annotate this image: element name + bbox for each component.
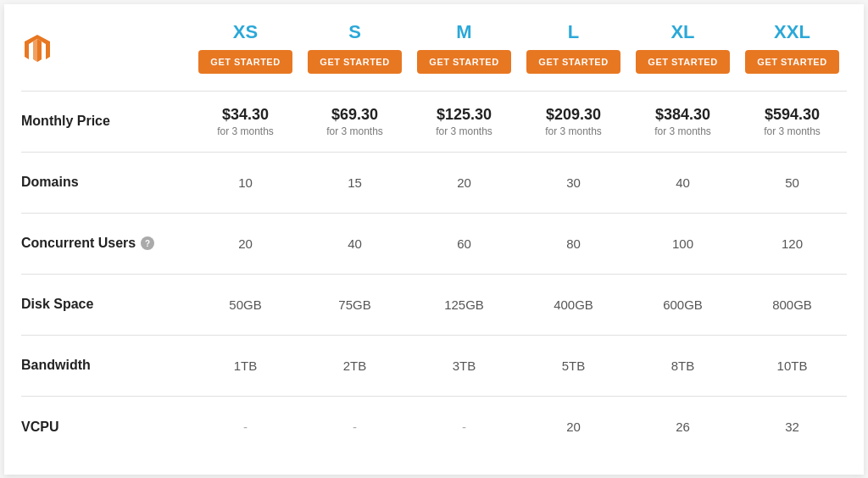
data-cell-r5-c2: - (409, 406, 519, 447)
plan-name-l: L (568, 21, 579, 43)
data-cell-r1-c5: 50 (737, 162, 847, 203)
data-cell-r0-c3: $209.30for 3 months (519, 92, 628, 151)
data-cell-r0-c1: $69.30for 3 months (300, 92, 409, 151)
row-label-text-3: Disk Space (21, 297, 93, 312)
data-cell-r2-c1: 40 (300, 223, 409, 264)
plan-name-s: S (348, 21, 361, 43)
price-sub-c4: for 3 months (632, 125, 734, 137)
magento-logo-icon (21, 33, 53, 65)
price-main-c3: $209.30 (522, 106, 625, 124)
data-cell-r0-c5: $594.30for 3 months (737, 92, 847, 151)
data-cell-r0-c4: $384.30for 3 months (628, 92, 737, 151)
plan-col-s: SGET STARTED (300, 18, 409, 81)
plan-name-xs: XS (233, 21, 258, 43)
data-cell-r2-c4: 100 (628, 223, 737, 264)
data-rows: Monthly Price$34.30for 3 months$69.30for… (21, 92, 847, 458)
price-main-c5: $594.30 (741, 106, 843, 124)
price-main-c1: $69.30 (303, 106, 406, 124)
data-cell-r5-c0: - (191, 406, 300, 447)
price-main-c0: $34.30 (194, 106, 297, 124)
plan-col-xxl: XXLGET STARTED (737, 18, 847, 81)
data-cell-r1-c2: 20 (409, 162, 519, 203)
data-cell-r3-c5: 800GB (737, 284, 847, 325)
data-cells-row-5: ---202632 (191, 406, 847, 447)
get-started-button-xl[interactable]: GET STARTED (636, 50, 729, 74)
pricing-table: XSGET STARTEDSGET STARTEDMGET STARTEDLGE… (4, 4, 864, 475)
row-monthly-price: Monthly Price$34.30for 3 months$69.30for… (21, 92, 847, 153)
data-cell-r1-c4: 40 (628, 162, 737, 203)
row-disk-space: Disk Space50GB75GB125GB400GB600GB800GB (21, 275, 847, 336)
info-icon-2[interactable]: ? (141, 236, 154, 250)
data-cell-r3-c0: 50GB (191, 284, 300, 325)
data-cell-r4-c5: 10TB (737, 345, 847, 386)
get-started-button-l[interactable]: GET STARTED (526, 50, 620, 74)
get-started-button-xs[interactable]: GET STARTED (198, 50, 292, 74)
row-label-0: Monthly Price (21, 100, 191, 142)
get-started-button-s[interactable]: GET STARTED (308, 50, 401, 74)
data-cell-r5-c3: 20 (519, 406, 628, 447)
header-row: XSGET STARTEDSGET STARTEDMGET STARTEDLGE… (21, 18, 847, 92)
plan-col-xl: XLGET STARTED (628, 18, 737, 81)
plan-col-m: MGET STARTED (409, 18, 519, 81)
data-cell-r4-c0: 1TB (191, 345, 300, 386)
data-cell-r2-c3: 80 (519, 223, 628, 264)
row-label-text-5: VCPU (21, 420, 58, 435)
row-label-text-2: Concurrent Users (21, 236, 136, 251)
row-vcpu: VCPU---202632 (21, 397, 847, 458)
row-label-3: Disk Space (21, 283, 191, 325)
price-sub-c1: for 3 months (303, 125, 406, 137)
get-started-button-xxl[interactable]: GET STARTED (745, 50, 838, 74)
row-label-text-4: Bandwidth (21, 358, 91, 373)
data-cell-r1-c0: 10 (191, 162, 300, 203)
row-label-text-1: Domains (21, 175, 79, 190)
data-cell-r4-c4: 8TB (628, 345, 737, 386)
plan-name-m: M (456, 21, 471, 43)
plan-name-xxl: XXL (774, 21, 810, 43)
data-cell-r0-c0: $34.30for 3 months (191, 92, 300, 151)
price-main-c4: $384.30 (632, 106, 734, 124)
get-started-button-m[interactable]: GET STARTED (417, 50, 510, 74)
row-concurrent-users: Concurrent Users?20406080100120 (21, 214, 847, 275)
price-sub-c2: for 3 months (413, 125, 515, 137)
row-bandwidth: Bandwidth1TB2TB3TB5TB8TB10TB (21, 336, 847, 397)
row-domains: Domains101520304050 (21, 153, 847, 214)
data-cells-row-1: 101520304050 (191, 162, 847, 203)
data-cell-r2-c0: 20 (191, 223, 300, 264)
data-cells-row-4: 1TB2TB3TB5TB8TB10TB (191, 345, 847, 386)
row-label-text-0: Monthly Price (21, 114, 110, 129)
plan-col-xs: XSGET STARTED (191, 18, 300, 81)
data-cells-row-3: 50GB75GB125GB400GB600GB800GB (191, 284, 847, 325)
row-label-5: VCPU (21, 406, 191, 448)
data-cell-r5-c5: 32 (737, 406, 847, 447)
logo-cell (21, 18, 191, 81)
data-cell-r1-c3: 30 (519, 162, 628, 203)
data-cell-r3-c1: 75GB (300, 284, 409, 325)
data-cell-r2-c5: 120 (737, 223, 847, 264)
data-cell-r3-c3: 400GB (519, 284, 628, 325)
data-cell-r2-c2: 60 (409, 223, 519, 264)
logo-wrapper (21, 33, 60, 65)
price-sub-c3: for 3 months (522, 125, 625, 137)
row-label-1: Domains (21, 161, 191, 203)
plan-name-xl: XL (670, 21, 694, 43)
data-cell-r1-c1: 15 (300, 162, 409, 203)
row-label-4: Bandwidth (21, 344, 191, 386)
data-cell-r4-c3: 5TB (519, 345, 628, 386)
data-cell-r5-c4: 26 (628, 406, 737, 447)
price-sub-c5: for 3 months (741, 125, 843, 137)
data-cells-row-2: 20406080100120 (191, 223, 847, 264)
data-cell-r3-c4: 600GB (628, 284, 737, 325)
plan-columns-header: XSGET STARTEDSGET STARTEDMGET STARTEDLGE… (191, 18, 847, 81)
data-cell-r0-c2: $125.30for 3 months (409, 92, 519, 151)
data-cell-r4-c2: 3TB (409, 345, 519, 386)
data-cell-r3-c2: 125GB (409, 284, 519, 325)
price-sub-c0: for 3 months (194, 125, 297, 137)
data-cell-r4-c1: 2TB (300, 345, 409, 386)
row-label-2: Concurrent Users? (21, 222, 191, 264)
data-cells-row-0: $34.30for 3 months$69.30for 3 months$125… (191, 92, 847, 151)
data-cell-r5-c1: - (300, 406, 409, 447)
plan-col-l: LGET STARTED (519, 18, 628, 81)
svg-marker-2 (37, 39, 42, 62)
price-main-c2: $125.30 (413, 106, 515, 124)
